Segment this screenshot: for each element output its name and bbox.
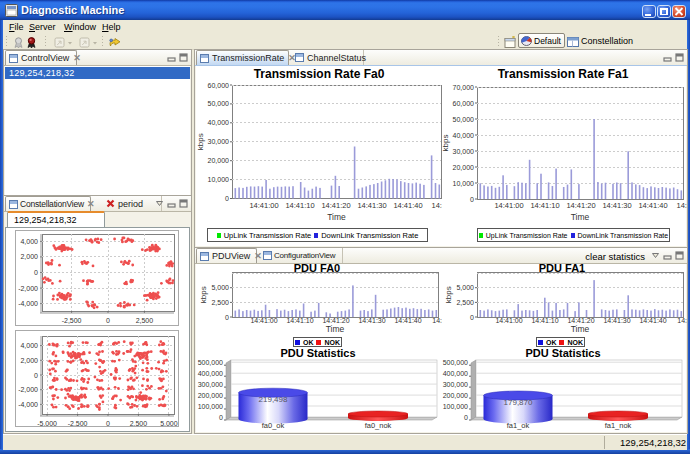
svg-text:Time: Time <box>327 212 346 222</box>
svg-text:14:41:00: 14:41:00 <box>250 317 277 324</box>
svg-text:5,000: 5,000 <box>160 420 178 426</box>
svg-text:0: 0 <box>34 269 38 276</box>
svg-text:0: 0 <box>34 372 38 379</box>
svg-text:5,000: 5,000 <box>211 284 229 291</box>
svg-text:14:41:30: 14:41:30 <box>602 201 631 210</box>
svg-text:Transmission Rate Fa0: Transmission Rate Fa0 <box>254 67 385 81</box>
svg-text:14:41:10: 14:41:10 <box>286 317 313 324</box>
svg-text:400,000: 400,000 <box>198 370 223 377</box>
svg-text:70,000: 70,000 <box>453 84 475 91</box>
svg-text:14:41:5: 14:41:5 <box>676 201 687 210</box>
svg-text:30,000: 30,000 <box>208 138 230 145</box>
svg-text:14:41:00: 14:41:00 <box>494 201 523 210</box>
svg-text:0: 0 <box>106 420 110 426</box>
svg-text:10,000: 10,000 <box>453 180 475 187</box>
svg-text:2,000: 2,000 <box>20 357 38 364</box>
svg-text:40,000: 40,000 <box>453 132 475 139</box>
svg-text:500,000: 500,000 <box>443 359 468 366</box>
svg-text:-4,000: -4,000 <box>18 300 38 307</box>
svg-text:14:41:20: 14:41:20 <box>566 201 595 210</box>
svg-text:14:41:40: 14:41:40 <box>394 317 421 324</box>
svg-text:fa1_nok: fa1_nok <box>605 421 632 430</box>
svg-text:Transmission Rate Fa1: Transmission Rate Fa1 <box>498 67 629 81</box>
svg-text:14:41:20: 14:41:20 <box>567 317 594 324</box>
svg-text:-2,000: -2,000 <box>18 386 38 393</box>
svg-text:200,000: 200,000 <box>443 392 468 399</box>
svg-text:kbps: kbps <box>444 286 453 303</box>
svg-text:14:41:00: 14:41:00 <box>495 317 522 324</box>
svg-text:14:41:20: 14:41:20 <box>322 317 349 324</box>
svg-text:10,000: 10,000 <box>208 176 230 183</box>
svg-text:Time: Time <box>326 324 345 334</box>
svg-text:Time: Time <box>571 212 590 222</box>
svg-text:14:41:20: 14:41:20 <box>321 201 350 210</box>
svg-text:4,000: 4,000 <box>20 238 38 245</box>
svg-text:14:41:10: 14:41:10 <box>530 201 559 210</box>
svg-text:179,870: 179,870 <box>504 398 533 407</box>
svg-text:20,000: 20,000 <box>453 164 475 171</box>
svg-text:0: 0 <box>225 314 229 321</box>
svg-text:0: 0 <box>106 317 110 324</box>
svg-text:50,000: 50,000 <box>208 100 230 107</box>
svg-text:14:41:40: 14:41:40 <box>638 201 667 210</box>
svg-text:14:41:00: 14:41:00 <box>249 201 278 210</box>
svg-text:Time: Time <box>571 324 590 334</box>
svg-text:60,000: 60,000 <box>453 100 475 107</box>
svg-text:2,500: 2,500 <box>130 420 148 426</box>
svg-text:300,000: 300,000 <box>198 381 223 388</box>
svg-text:2,000: 2,000 <box>20 253 38 260</box>
svg-text:0: 0 <box>219 414 223 421</box>
svg-text:300,000: 300,000 <box>443 381 468 388</box>
svg-text:50,000: 50,000 <box>453 116 475 123</box>
svg-text:kbps: kbps <box>441 135 450 152</box>
svg-text:400,000: 400,000 <box>443 370 468 377</box>
svg-text:2,500: 2,500 <box>136 317 154 324</box>
svg-text:kbps: kbps <box>196 133 205 150</box>
svg-text:14:41:10: 14:41:10 <box>531 317 558 324</box>
svg-text:0: 0 <box>225 195 229 202</box>
svg-text:14:41:30: 14:41:30 <box>603 317 630 324</box>
svg-text:40,000: 40,000 <box>208 119 230 126</box>
svg-text:30,000: 30,000 <box>453 148 475 155</box>
svg-text:-2,000: -2,000 <box>18 285 38 292</box>
svg-text:14:41:5: 14:41:5 <box>677 317 687 324</box>
svg-text:14:41:40: 14:41:40 <box>639 317 666 324</box>
svg-text:20,000: 20,000 <box>208 157 230 164</box>
svg-text:14:41:30: 14:41:30 <box>357 201 386 210</box>
svg-text:kbps: kbps <box>199 286 208 303</box>
svg-text:219,498: 219,498 <box>259 395 288 404</box>
svg-text:14:41:10: 14:41:10 <box>285 201 314 210</box>
svg-text:60,000: 60,000 <box>208 82 230 89</box>
svg-text:-5,000: -5,000 <box>37 420 57 426</box>
svg-text:2,500: 2,500 <box>456 299 474 306</box>
svg-text:-2,500: -2,500 <box>62 317 82 324</box>
svg-text:0: 0 <box>470 196 474 203</box>
svg-text:4,000: 4,000 <box>20 342 38 349</box>
svg-text:fa0_ok: fa0_ok <box>262 421 285 430</box>
svg-text:-4,000: -4,000 <box>18 401 38 408</box>
svg-text:500,000: 500,000 <box>198 359 223 366</box>
svg-text:fa0_nok: fa0_nok <box>365 421 392 430</box>
svg-text:14:41:30: 14:41:30 <box>358 317 385 324</box>
svg-text:14:41:40: 14:41:40 <box>393 201 422 210</box>
svg-text:2,500: 2,500 <box>211 299 229 306</box>
svg-text:-2,500: -2,500 <box>68 420 88 426</box>
svg-text:100,000: 100,000 <box>198 403 223 410</box>
svg-text:5,000: 5,000 <box>456 284 474 291</box>
svg-text:fa1_ok: fa1_ok <box>507 421 530 430</box>
svg-text:100,000: 100,000 <box>443 403 468 410</box>
svg-text:0: 0 <box>464 414 468 421</box>
svg-text:200,000: 200,000 <box>198 392 223 399</box>
svg-text:0: 0 <box>470 314 474 321</box>
